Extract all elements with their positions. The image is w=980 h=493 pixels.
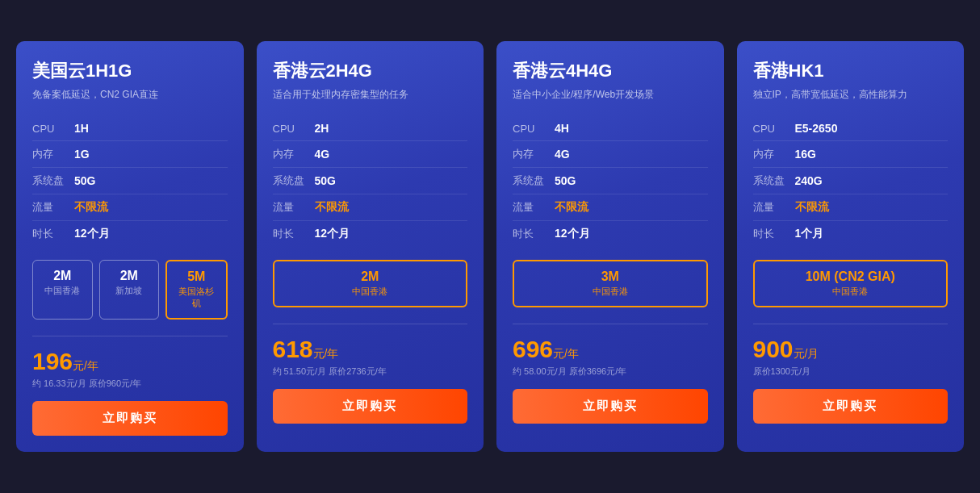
spec-row: 系统盘50G (32, 168, 228, 194)
bandwidth-section: 10M (CN2 GIA)中国香港 (753, 260, 949, 307)
buy-button[interactable]: 立即购买 (513, 389, 708, 424)
bandwidth-speed: 5M (177, 269, 216, 284)
spec-value: 16G (795, 148, 816, 161)
card-subtitle: 独立IP，高带宽低延迟，高性能算力 (753, 88, 949, 102)
spec-label: 内存 (513, 147, 555, 161)
spec-label: 流量 (753, 200, 795, 215)
spec-row: 内存4G (273, 141, 468, 168)
price-amount: 618 (273, 336, 313, 362)
bandwidth-location: 中国香港 (764, 286, 937, 298)
spec-label: 时长 (32, 227, 74, 241)
spec-label: CPU (273, 123, 315, 135)
spec-value: 1个月 (795, 227, 824, 241)
spec-row: 时长12个月 (273, 221, 468, 247)
specs-table: CPUE5-2650内存16G系统盘240G流量不限流时长1个月 (753, 116, 949, 247)
spec-row: 系统盘240G (753, 168, 949, 194)
price-section: 196元/年约 16.33元/月 原价960元/年 (32, 348, 228, 390)
spec-label: 时长 (273, 227, 315, 241)
spec-label: 内存 (32, 147, 74, 161)
bandwidth-location: 中国香港 (43, 285, 82, 297)
price-section: 618元/年约 51.50元/月 原价2736元/年 (273, 336, 468, 378)
spec-label: CPU (513, 123, 555, 135)
bandwidth-speed: 10M (CN2 GIA) (764, 269, 937, 284)
spec-value: 4H (555, 122, 569, 135)
price-sub: 原价1300元/月 (753, 366, 949, 378)
card-3: 香港云4H4G适合中小企业/程序/Web开发场景CPU4H内存4G系统盘50G流… (496, 41, 724, 452)
card-title: 香港HK1 (753, 59, 949, 83)
spec-row: 时长12个月 (513, 221, 708, 247)
card-subtitle: 适合用于处理内存密集型的任务 (273, 88, 468, 102)
divider (273, 324, 468, 324)
spec-row: 系统盘50G (513, 168, 708, 194)
spec-row: 时长12个月 (32, 221, 228, 247)
buy-button[interactable]: 立即购买 (273, 389, 468, 424)
price-sub: 约 58.00元/月 原价3696元/年 (513, 366, 708, 378)
bandwidth-speed: 2M (284, 269, 457, 284)
spec-label: 流量 (513, 200, 555, 215)
card-subtitle: 免备案低延迟，CN2 GIA直连 (32, 88, 228, 102)
spec-value: 50G (74, 174, 95, 187)
spec-value: 4G (555, 148, 570, 161)
spec-row: CPU1H (32, 116, 228, 141)
price-main: 196元/年 (32, 348, 228, 375)
cards-container: 美国云1H1G免备案低延迟，CN2 GIA直连CPU1H内存1G系统盘50G流量… (16, 41, 964, 452)
price-unit: 元/年 (553, 347, 579, 360)
spec-label: 流量 (32, 200, 74, 215)
bandwidth-option[interactable]: 2M中国香港 (32, 260, 93, 320)
bandwidth-location: 中国香港 (524, 286, 697, 298)
price-main: 900元/月 (753, 336, 949, 363)
spec-value: 不限流 (315, 200, 349, 215)
spec-value: 2H (315, 122, 329, 135)
bandwidth-option[interactable]: 10M (CN2 GIA)中国香港 (753, 260, 949, 307)
card-subtitle: 适合中小企业/程序/Web开发场景 (513, 88, 708, 102)
spec-value: 不限流 (74, 200, 108, 215)
spec-value: 1G (74, 148, 90, 161)
spec-value: 不限流 (555, 200, 588, 215)
card-title: 香港云4H4G (513, 59, 708, 83)
buy-button[interactable]: 立即购买 (753, 389, 949, 424)
bandwidth-option[interactable]: 2M中国香港 (273, 260, 468, 307)
bandwidth-speed: 3M (524, 269, 697, 284)
spec-value: 4G (315, 148, 330, 161)
card-title: 美国云1H1G (32, 59, 228, 83)
bandwidth-option[interactable]: 3M中国香港 (513, 260, 708, 307)
spec-label: CPU (32, 123, 74, 135)
price-main: 618元/年 (273, 336, 468, 363)
spec-row: 内存4G (513, 141, 708, 168)
spec-value: 12个月 (315, 227, 350, 241)
spec-label: 系统盘 (273, 173, 315, 188)
bandwidth-speed: 2M (110, 269, 149, 283)
price-amount: 196 (32, 348, 73, 374)
price-unit: 元/月 (794, 347, 819, 360)
price-section: 900元/月原价1300元/月 (753, 336, 949, 378)
price-main: 696元/年 (513, 336, 708, 363)
bandwidth-location: 中国香港 (284, 286, 457, 298)
spec-label: 系统盘 (513, 173, 555, 188)
spec-row: CPU2H (273, 116, 468, 141)
spec-row: 内存1G (32, 141, 228, 168)
bandwidth-section: 2M中国香港2M新加坡5M美国洛杉矶 (32, 260, 228, 320)
price-unit: 元/年 (313, 347, 339, 360)
divider (753, 324, 949, 324)
bandwidth-option[interactable]: 5M美国洛杉矶 (165, 260, 228, 320)
spec-value: 240G (795, 174, 823, 187)
card-title: 香港云2H4G (273, 59, 468, 83)
bandwidth-location: 美国洛杉矶 (177, 286, 216, 310)
price-section: 696元/年约 58.00元/月 原价3696元/年 (513, 336, 708, 378)
card-2: 香港云2H4G适合用于处理内存密集型的任务CPU2H内存4G系统盘50G流量不限… (257, 41, 484, 452)
bandwidth-speed: 2M (43, 269, 82, 283)
price-sub: 约 16.33元/月 原价960元/年 (32, 378, 228, 390)
specs-table: CPU2H内存4G系统盘50G流量不限流时长12个月 (273, 116, 468, 247)
specs-table: CPU1H内存1G系统盘50G流量不限流时长12个月 (32, 116, 228, 247)
bandwidth-option[interactable]: 2M新加坡 (99, 260, 160, 320)
spec-label: 内存 (273, 147, 315, 161)
spec-label: 系统盘 (32, 173, 74, 188)
price-amount: 696 (513, 336, 553, 362)
card-1: 美国云1H1G免备案低延迟，CN2 GIA直连CPU1H内存1G系统盘50G流量… (16, 41, 244, 452)
spec-value: 不限流 (795, 200, 829, 215)
divider (32, 336, 228, 336)
buy-button[interactable]: 立即购买 (32, 401, 228, 436)
spec-row: 流量不限流 (753, 194, 949, 221)
spec-row: 时长1个月 (753, 221, 949, 247)
price-sub: 约 51.50元/月 原价2736元/年 (273, 366, 468, 378)
